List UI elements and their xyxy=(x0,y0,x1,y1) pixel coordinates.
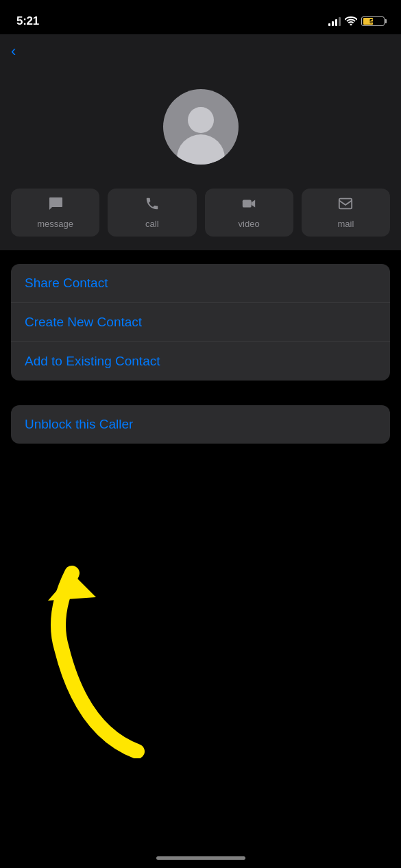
status-time: 5:21 xyxy=(16,14,39,28)
message-icon xyxy=(48,196,63,215)
separator-1 xyxy=(0,250,401,264)
message-button[interactable]: message xyxy=(11,189,99,237)
svg-rect-1 xyxy=(339,199,352,209)
call-icon xyxy=(145,196,160,215)
unblock-caller-label: Unblock this Caller xyxy=(25,417,133,431)
unblock-section: Unblock this Caller xyxy=(11,405,390,444)
avatar-figure xyxy=(177,107,225,165)
status-bar: 5:21 50 xyxy=(0,0,401,34)
separator-2 xyxy=(0,381,401,394)
mail-button[interactable]: mail xyxy=(302,189,390,237)
create-new-contact-label: Create New Contact xyxy=(25,315,142,329)
share-contact-item[interactable]: Share Contact xyxy=(11,264,390,303)
message-label: message xyxy=(37,219,73,229)
svg-rect-0 xyxy=(243,200,252,208)
avatar xyxy=(163,89,239,165)
call-label: call xyxy=(145,219,159,229)
video-label: video xyxy=(239,219,260,229)
nav-bar: ‹ xyxy=(0,34,401,69)
mail-label: mail xyxy=(337,219,354,229)
mail-icon xyxy=(338,196,353,215)
main-menu: Share Contact Create New Contact Add to … xyxy=(11,264,390,381)
call-button[interactable]: call xyxy=(108,189,196,237)
avatar-section xyxy=(0,69,401,189)
home-indicator xyxy=(156,856,245,860)
avatar-body xyxy=(177,134,225,165)
back-button[interactable]: ‹ xyxy=(11,44,16,59)
video-button[interactable]: video xyxy=(205,189,293,237)
add-to-existing-label: Add to Existing Contact xyxy=(25,354,160,368)
share-contact-label: Share Contact xyxy=(25,276,108,290)
video-icon xyxy=(241,196,256,215)
wifi-icon xyxy=(345,16,357,27)
battery-icon: 50 xyxy=(361,16,385,26)
content-area: Share Contact Create New Contact Add to … xyxy=(0,250,401,485)
arrow-annotation xyxy=(21,539,158,758)
avatar-head xyxy=(188,107,214,133)
back-chevron-icon: ‹ xyxy=(11,44,16,59)
create-new-contact-item[interactable]: Create New Contact xyxy=(11,303,390,342)
svg-marker-2 xyxy=(48,573,96,601)
action-buttons: message call video mail xyxy=(0,189,401,250)
add-to-existing-item[interactable]: Add to Existing Contact xyxy=(11,342,390,381)
signal-icon xyxy=(328,16,341,26)
status-icons: 50 xyxy=(328,16,385,27)
unblock-caller-item[interactable]: Unblock this Caller xyxy=(11,405,390,444)
